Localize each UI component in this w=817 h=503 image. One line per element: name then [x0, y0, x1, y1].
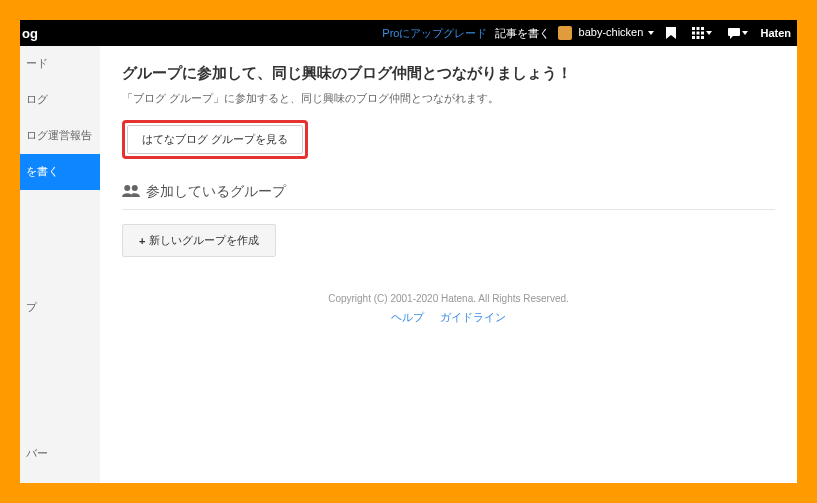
page-title: グループに参加して、同じ興味のブログ仲間とつながりましょう！ — [122, 64, 775, 83]
username-label: baby-chicken — [579, 26, 644, 38]
sidebar-item-1[interactable]: ログ — [20, 82, 100, 118]
help-link[interactable]: ヘルプ — [391, 311, 424, 323]
user-menu[interactable]: baby-chicken — [558, 26, 654, 40]
sidebar-item-3[interactable]: を書く — [20, 154, 100, 190]
logo: og — [22, 26, 38, 41]
sidebar: ード ログ ログ運営報告 を書く プ バー — [20, 46, 100, 483]
chat-icon[interactable] — [724, 28, 752, 39]
bookmark-icon[interactable] — [662, 27, 680, 39]
svg-rect-7 — [697, 36, 700, 39]
chevron-down-icon — [742, 31, 748, 35]
chevron-down-icon — [706, 31, 712, 35]
svg-rect-3 — [692, 32, 695, 35]
upgrade-link[interactable]: Proにアップグレード — [382, 26, 487, 41]
chevron-down-icon — [648, 31, 654, 35]
svg-rect-0 — [692, 27, 695, 30]
plus-icon: + — [139, 235, 145, 247]
brand-label: Haten — [760, 27, 791, 39]
svg-rect-4 — [697, 32, 700, 35]
main-content: グループに参加して、同じ興味のブログ仲間とつながりましょう！ 「ブログ グループ… — [100, 46, 797, 483]
section-heading-joined-groups: 参加しているグループ — [122, 183, 775, 210]
create-group-button[interactable]: + 新しいグループを作成 — [122, 224, 276, 257]
highlighted-action: はてなブログ グループを見る — [122, 120, 308, 159]
page-description: 「ブログ グループ」に参加すると、同じ興味のブログ仲間とつながれます。 — [122, 91, 775, 106]
write-post-link[interactable]: 記事を書く — [495, 26, 550, 41]
svg-rect-1 — [697, 27, 700, 30]
sidebar-item-2[interactable]: ログ運営報告 — [20, 118, 100, 154]
sidebar-item-0[interactable]: ード — [20, 46, 100, 82]
copyright-text: Copyright (C) 2001-2020 Hatena. All Righ… — [122, 293, 775, 304]
topbar: og Proにアップグレード 記事を書く baby-chicken Haten — [20, 20, 797, 46]
svg-rect-5 — [701, 32, 704, 35]
section-heading-label: 参加しているグループ — [146, 183, 286, 201]
footer: Copyright (C) 2001-2020 Hatena. All Righ… — [122, 293, 775, 325]
guideline-link[interactable]: ガイドライン — [440, 311, 506, 323]
svg-rect-2 — [701, 27, 704, 30]
app-window: og Proにアップグレード 記事を書く baby-chicken Haten — [20, 20, 797, 483]
sidebar-item-5[interactable]: バー — [20, 436, 100, 472]
create-group-label: 新しいグループを作成 — [149, 233, 259, 248]
avatar-icon — [558, 26, 572, 40]
sidebar-item-4[interactable]: プ — [20, 290, 100, 326]
people-icon — [122, 184, 140, 201]
view-groups-button[interactable]: はてなブログ グループを見る — [127, 125, 303, 154]
svg-rect-6 — [692, 36, 695, 39]
svg-rect-8 — [701, 36, 704, 39]
apps-grid-icon[interactable] — [688, 27, 716, 39]
